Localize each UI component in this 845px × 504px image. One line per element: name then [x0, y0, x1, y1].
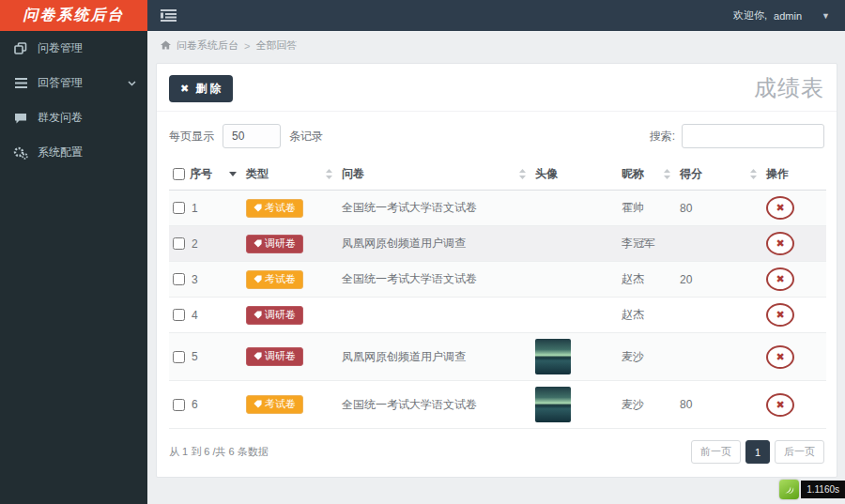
delete-row-button[interactable]: ✖	[766, 232, 794, 255]
delete-row-button[interactable]: ✖	[766, 345, 794, 369]
score: 80	[680, 398, 692, 411]
nickname: 麦沙	[622, 350, 644, 363]
sidebar-item-broadcast-questionnaire[interactable]: 群发问卷	[0, 100, 147, 135]
questionnaire-name: 凤凰网原创频道用户调查	[342, 237, 466, 250]
cogs-icon	[13, 146, 28, 160]
sidebar-toggle-icon[interactable]	[161, 9, 177, 22]
table-header-cell[interactable]: 得分	[676, 160, 762, 191]
type-tag: 调研卷	[246, 235, 303, 253]
avatar	[535, 387, 571, 422]
type-tag-label: 考试卷	[265, 274, 296, 284]
column-label: 得分	[680, 166, 702, 182]
current-page-button[interactable]: 1	[745, 440, 770, 464]
row-checkbox[interactable]	[173, 202, 185, 214]
questionnaire-name: 凤凰网原创频道用户调查	[342, 350, 466, 363]
delete-button[interactable]: ✖ 删 除	[169, 75, 233, 102]
sort-icon[interactable]	[750, 169, 759, 179]
sidebar-item-label: 系统配置	[38, 145, 83, 160]
row-checkbox[interactable]	[173, 351, 185, 363]
column-label: 昵称	[622, 166, 644, 182]
table-header-cell[interactable]: 类型	[242, 160, 338, 191]
table-header-cell[interactable]: 操作	[762, 160, 826, 191]
type-tag: 考试卷	[246, 199, 303, 218]
table-row: 1 考试卷 全国统一考试大学语文试卷 霍帅 80 ✖	[169, 191, 826, 226]
table-header-cell[interactable]: 昵称	[618, 160, 676, 191]
nickname: 李冠军	[622, 237, 655, 250]
breadcrumb-separator: >	[244, 40, 250, 52]
row-index: 2	[192, 237, 198, 251]
page-length-suffix: 条记录	[289, 129, 323, 145]
avatar	[535, 339, 571, 374]
type-tag: 考试卷	[246, 270, 303, 289]
column-label: 操作	[766, 166, 789, 182]
table-header-cell[interactable]: 序号	[169, 160, 242, 191]
column-label: 类型	[246, 166, 269, 182]
sidebar-item-answer-management[interactable]: 回答管理	[0, 66, 147, 100]
next-page-button[interactable]: 后一页	[775, 440, 824, 464]
sort-icon[interactable]	[326, 169, 334, 179]
delete-row-button[interactable]: ✖	[766, 393, 794, 417]
row-checkbox[interactable]	[173, 237, 185, 250]
row-index: 1	[192, 202, 198, 215]
row-checkbox[interactable]	[173, 399, 185, 411]
caret-down-icon: ▼	[822, 11, 830, 21]
table-row: 4 调研卷 赵杰 ✖	[169, 298, 826, 333]
table-header-cell[interactable]: 头像	[531, 160, 618, 191]
row-index: 4	[192, 309, 198, 322]
column-label: 问卷	[342, 166, 364, 182]
type-tag-label: 调研卷	[265, 351, 296, 361]
pagination: 前一页 1 后一页	[686, 440, 824, 464]
table-row: 6 考试卷 全国统一考试大学语文试卷 麦沙 80 ✖	[169, 381, 826, 429]
page-length-select[interactable]: 50	[223, 124, 281, 148]
sidebar-item-questionnaire-management[interactable]: 问卷管理	[0, 31, 147, 66]
row-checkbox[interactable]	[173, 309, 185, 321]
score: 20	[680, 273, 692, 286]
page-length-prefix: 每页显示	[169, 129, 214, 145]
list-icon	[13, 78, 28, 88]
sidebar-item-system-settings[interactable]: 系统配置	[0, 135, 147, 170]
prev-page-button[interactable]: 前一页	[691, 440, 741, 464]
app-title: 问卷系统后台	[23, 6, 125, 25]
tag-icon	[254, 204, 262, 212]
welcome-text: 欢迎你,	[733, 8, 767, 23]
trace-time: 1.1160s	[801, 481, 845, 498]
delete-button-label: 删 除	[195, 81, 221, 97]
navbar: 欢迎你, admin ▼	[147, 0, 845, 31]
comment-icon	[13, 113, 28, 124]
delete-row-button[interactable]: ✖	[766, 303, 794, 327]
table-wrapper: 序号 类型 问卷 头像	[157, 160, 837, 429]
score: 80	[680, 202, 692, 215]
select-all-checkbox[interactable]	[173, 168, 185, 180]
column-label: 序号	[190, 166, 212, 182]
nickname: 霍帅	[622, 201, 644, 214]
row-checkbox[interactable]	[173, 273, 185, 285]
type-tag: 调研卷	[246, 347, 303, 366]
page-title: 成绩表	[754, 73, 824, 103]
sort-icon[interactable]	[519, 169, 528, 179]
table-header-cell[interactable]: 问卷	[338, 160, 531, 191]
delete-row-button[interactable]: ✖	[766, 267, 794, 291]
breadcrumb-home[interactable]: 问卷系统后台	[177, 38, 238, 53]
sort-desc-icon[interactable]	[229, 172, 238, 176]
type-tag: 考试卷	[246, 395, 303, 414]
nickname: 麦沙	[622, 398, 644, 411]
thinkphp-trace-icon[interactable]	[779, 480, 799, 499]
table-row: 3 考试卷 全国统一考试大学语文试卷 赵杰 20 ✖	[169, 262, 826, 298]
questionnaire-name: 全国统一考试大学语文试卷	[342, 398, 477, 411]
tag-icon	[254, 239, 262, 248]
user-menu[interactable]: 欢迎你, admin ▼	[733, 8, 830, 23]
app-logo: 问卷系统后台	[0, 0, 147, 31]
tag-icon	[254, 275, 262, 283]
questionnaire-name: 全国统一考试大学语文试卷	[342, 201, 477, 214]
grades-table: 序号 类型 问卷 头像	[169, 160, 826, 429]
row-index: 6	[192, 398, 198, 411]
sidebar-item-label: 问卷管理	[38, 40, 83, 56]
row-index: 5	[192, 350, 198, 363]
search-input[interactable]	[682, 124, 824, 148]
delete-row-button[interactable]: ✖	[766, 196, 794, 220]
questionnaire-name: 全国统一考试大学语文试卷	[342, 272, 477, 285]
type-tag-label: 考试卷	[265, 399, 296, 409]
tag-icon	[254, 311, 262, 319]
breadcrumb-current: 全部回答	[255, 38, 297, 53]
sort-icon[interactable]	[664, 169, 672, 179]
